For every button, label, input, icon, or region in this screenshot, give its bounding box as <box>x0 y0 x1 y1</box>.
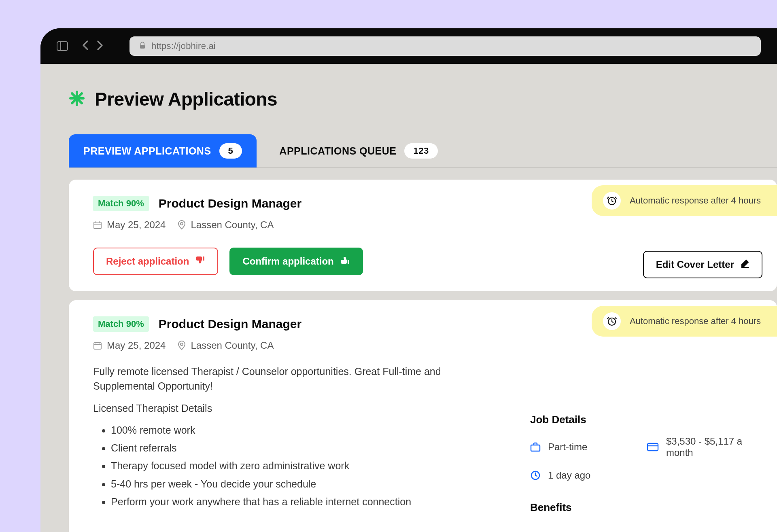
job-details-sidebar: Job Details Part-time $3,530 - $5,117 a … <box>530 413 757 524</box>
job-title: Product Design Manager <box>159 317 301 331</box>
auto-response-text: Automatic response after 4 hours <box>630 316 761 326</box>
desc-subhead: Licensed Therapist Details <box>93 401 473 415</box>
thumbs-down-icon <box>195 256 205 267</box>
svg-rect-2 <box>140 45 145 49</box>
tabs-row: PREVIEW APPLICATIONS 5 APPLICATIONS QUEU… <box>69 134 777 168</box>
svg-point-12 <box>180 223 183 225</box>
detail-posted: 1 day ago <box>530 470 640 481</box>
page-title: Preview Applications <box>95 88 277 110</box>
application-card-expanded: Automatic response after 4 hours Match 9… <box>69 300 777 532</box>
url-text: https://jobhire.ai <box>151 41 216 51</box>
desc-bullets: 100% remote work Client referrals Therap… <box>93 423 473 509</box>
card-meta: May 25, 2024 Lassen County, CA <box>93 219 753 231</box>
edit-cover-letter-button[interactable]: Edit Cover Letter <box>643 251 762 278</box>
svg-rect-23 <box>648 443 658 451</box>
thumbs-up-icon <box>340 256 350 267</box>
asterisk-icon <box>69 90 85 108</box>
browser-window: https://jobhire.ai Preview Applications … <box>40 28 777 532</box>
list-item: 5-40 hrs per week - You decide your sche… <box>111 477 473 491</box>
edit-pencil-icon <box>741 259 749 270</box>
detail-job-type: Part-time <box>530 436 640 458</box>
svg-rect-17 <box>94 343 101 349</box>
page-title-row: Preview Applications <box>69 88 777 110</box>
nav-back-icon[interactable] <box>82 40 89 53</box>
confirm-button[interactable]: Confirm application <box>229 248 363 275</box>
auto-response-text: Automatic response after 4 hours <box>630 195 761 206</box>
application-card: Automatic response after 4 hours Match 9… <box>69 180 777 291</box>
browser-toolbar: https://jobhire.ai <box>40 28 777 64</box>
match-badge: Match 90% <box>93 196 149 211</box>
match-badge: Match 90% <box>93 316 149 332</box>
credit-card-icon <box>647 443 659 451</box>
location-pin-icon <box>178 220 186 230</box>
meta-location: Lassen County, CA <box>178 340 274 351</box>
desc-intro: Fully remote licensed Therapist / Counse… <box>93 364 473 394</box>
auto-response-banner: Automatic response after 4 hours <box>592 306 777 337</box>
alarm-clock-icon <box>603 192 621 210</box>
job-title: Product Design Manager <box>159 197 301 210</box>
svg-rect-14 <box>348 260 349 264</box>
list-item: Perform your work anywhere that has a re… <box>111 494 473 509</box>
alarm-clock-icon <box>603 312 621 330</box>
meta-date: May 25, 2024 <box>93 219 166 231</box>
tab-count-badge: 123 <box>404 143 437 159</box>
benefits-heading: Benefits <box>530 501 757 514</box>
tab-count-badge: 5 <box>219 143 242 159</box>
svg-rect-8 <box>94 222 101 229</box>
tab-preview-applications[interactable]: PREVIEW APPLICATIONS 5 <box>69 134 257 167</box>
calendar-icon <box>93 341 102 350</box>
app-frame: https://jobhire.ai Preview Applications … <box>0 0 777 532</box>
sidebar-toggle-icon[interactable] <box>57 41 68 51</box>
list-item: Therapy focused model with zero administ… <box>111 458 473 473</box>
location-pin-icon <box>178 341 186 350</box>
url-bar[interactable]: https://jobhire.ai <box>130 36 761 56</box>
clock-icon <box>530 470 541 481</box>
job-details-heading: Job Details <box>530 413 757 426</box>
detail-grid: Part-time $3,530 - $5,117 a month 1 day … <box>530 436 757 481</box>
meta-date: May 25, 2024 <box>93 340 166 351</box>
meta-location: Lassen County, CA <box>178 219 274 231</box>
briefcase-icon <box>530 442 541 452</box>
svg-point-21 <box>180 343 183 345</box>
calendar-icon <box>93 220 102 229</box>
auto-response-banner: Automatic response after 4 hours <box>592 185 777 216</box>
lock-icon <box>139 42 146 51</box>
reject-button[interactable]: Reject application <box>93 248 218 275</box>
cards-list: Automatic response after 4 hours Match 9… <box>69 180 777 532</box>
job-description: Fully remote licensed Therapist / Counse… <box>93 364 473 509</box>
list-item: Client referrals <box>111 441 473 455</box>
detail-salary: $3,530 - $5,117 a month <box>647 436 757 458</box>
tab-label: APPLICATIONS QUEUE <box>279 145 396 157</box>
svg-rect-22 <box>531 445 540 451</box>
tab-applications-queue[interactable]: APPLICATIONS QUEUE 123 <box>265 134 452 167</box>
page-content: Preview Applications PREVIEW APPLICATION… <box>40 64 777 532</box>
nav-forward-icon[interactable] <box>96 40 104 53</box>
list-item: 100% remote work <box>111 423 473 437</box>
svg-rect-13 <box>203 256 204 261</box>
card-meta: May 25, 2024 Lassen County, CA <box>93 340 753 351</box>
tab-label: PREVIEW APPLICATIONS <box>83 145 211 157</box>
svg-rect-0 <box>57 42 68 51</box>
